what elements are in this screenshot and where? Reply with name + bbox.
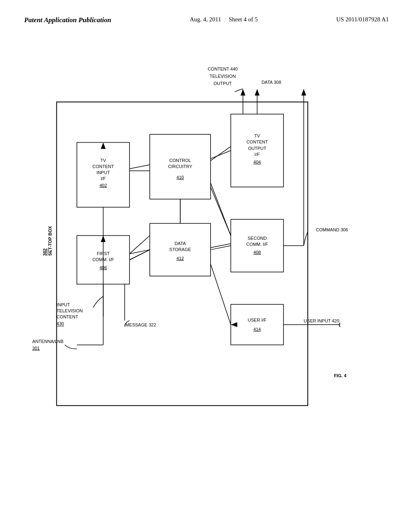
input-tv-arrow [101,142,106,149]
antenna-brace [65,345,77,349]
message-label: MESSAGE 322 [125,322,156,327]
command-brace [304,231,308,245]
svg-line-14 [211,246,231,250]
tv-content-input-label1: TV [100,158,106,163]
page-header: Patent Application Publication Aug. 4, 2… [0,0,413,32]
control-circ-num: 410 [177,175,184,180]
tv-content-output-num: 404 [253,160,261,164]
input-tv-label3: CONTENT [56,314,78,319]
second-comm-label2: COMM. I/F [246,242,268,247]
diagram-area: SET-TOP BOX 302 TV CONTENT INPUT I/F 402… [24,60,389,508]
svg-line-10 [211,151,231,159]
tv-content-input-num: 402 [100,183,107,188]
patent-number: US 2011/0187928 A1 [336,16,389,23]
svg-rect-7 [231,304,284,345]
svg-line-21 [129,250,150,254]
control-circ-label1: CONTROL [169,158,191,163]
user-input-label: USER INPUT 420 [304,318,339,323]
data-storage-num: 412 [177,256,184,261]
data308-label: DATA 308 [261,80,281,85]
antenna-num: 301 [32,346,40,351]
user-if-num: 414 [253,327,261,332]
fig-label: FIG. 4 [334,373,347,378]
page: Patent Application Publication Aug. 4, 2… [0,0,413,532]
input-tv-brace [93,296,103,308]
svg-line-18 [211,146,231,160]
data-arrow [255,89,260,96]
set-top-box-label: SET-TOP BOX [48,226,52,256]
output-brace [235,89,243,92]
svg-line-15 [211,264,231,325]
data-storage-label2: STORAGE [169,247,191,252]
diagram-svg: SET-TOP BOX 302 TV CONTENT INPUT I/F 402… [24,60,389,508]
antenna-label1: ANTENNA/LNB [32,339,63,344]
output-tv-arrow [240,89,245,96]
tv-content-output-label1: TV [254,133,261,138]
input-tv-num: 430 [56,321,64,326]
tv-content-output-label2: CONTENT [246,139,268,144]
output-tv-label3: CONTENT 440 [208,66,238,71]
input-tv-label2: TELEVISION [56,308,83,313]
second-comm-num: 408 [253,250,261,255]
svg-line-16 [129,165,150,169]
sheet-label: Sheet 4 of 5 [229,16,258,23]
date-label: Aug. 4, 2011 [190,16,221,23]
output-tv-label2: TELEVISION [210,74,236,79]
tv-content-input-label3: INPUT [96,170,110,175]
tv-content-input-label2: CONTENT [92,164,114,169]
command-label: COMMAND 306 [316,227,348,232]
output-tv-label1: OUTPUT [213,81,232,86]
input-tv-label1: INPUT [56,302,70,307]
tv-content-output-label4: I/F [254,152,260,157]
tv-content-input-label4: I/F [100,176,106,181]
data-storage-label1: DATA [175,241,186,246]
user-if-label1: USER I/F [248,318,267,322]
tv-content-output-label3: OUTPUT [248,146,267,151]
second-comm-label1: SECOND [248,236,267,241]
header-center: Aug. 4, 2011 Sheet 4 of 5 [190,16,258,23]
command-arrow [301,89,306,96]
user-input-arrow [231,322,237,327]
publication-label: Patent Application Publication [24,16,111,24]
control-circ-label2: CIRCUITRY [168,164,193,169]
message-arrow [101,235,106,242]
svg-line-19 [211,187,231,236]
set-top-box-num: 302 [42,248,47,256]
svg-rect-0 [56,102,308,405]
svg-line-22 [211,244,231,248]
